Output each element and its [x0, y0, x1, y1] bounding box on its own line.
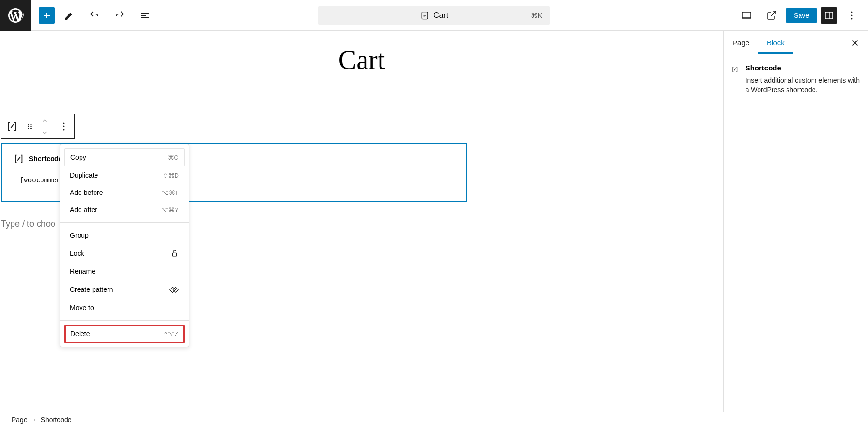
block-context-menu: Copy⌘CDuplicate⇧⌘DAdd before⌥⌘TAdd after… [60, 144, 189, 347]
menu-item-shortcut: ⇧⌘D [163, 172, 179, 179]
menu-separator [60, 222, 189, 223]
drag-icon [25, 122, 35, 131]
menu-item-lock[interactable]: Lock [64, 244, 185, 262]
menu-item-label: Copy [70, 153, 86, 161]
sidebar-tabs: Page Block [724, 31, 868, 55]
menu-item-shortcut: ⌘C [168, 154, 178, 161]
block-type-description: Insert additional custom elements with a… [746, 76, 860, 95]
move-up-button[interactable] [37, 114, 53, 126]
page-icon [420, 11, 430, 20]
sidebar-icon [823, 10, 835, 21]
close-icon [850, 38, 860, 48]
menu-item-label: Add after [70, 206, 97, 214]
pencil-icon [64, 10, 75, 21]
menu-item-copy[interactable]: Copy⌘C [64, 148, 185, 166]
svg-point-13 [28, 126, 29, 127]
shortcode-icon [732, 64, 739, 75]
menu-item-add-before[interactable]: Add before⌥⌘T [64, 184, 185, 201]
breadcrumb-item[interactable]: Shortcode [41, 416, 72, 424]
pattern-icon [169, 285, 179, 294]
view-button[interactable] [736, 5, 757, 26]
svg-point-19 [63, 129, 65, 131]
options-button[interactable] [841, 5, 862, 26]
chevron-up-icon [41, 117, 48, 124]
menu-item-label: Lock [70, 249, 84, 257]
drag-handle[interactable] [23, 114, 37, 138]
chevron-right-icon: › [33, 416, 35, 423]
lock-icon [170, 249, 179, 258]
menu-separator [60, 320, 189, 321]
menu-item-label: Delete [70, 330, 90, 338]
block-type-title: Shortcode [746, 64, 860, 72]
menu-item-label: Add before [70, 189, 103, 196]
svg-point-8 [851, 11, 853, 13]
breadcrumb: Page › Shortcode [0, 412, 868, 427]
save-button[interactable]: Save [786, 8, 817, 23]
command-shortcut: ⌘K [531, 12, 542, 19]
block-options-button[interactable] [53, 114, 74, 138]
chevron-down-icon [41, 129, 48, 136]
wordpress-logo[interactable] [0, 0, 31, 31]
menu-item-label: Rename [70, 267, 95, 275]
menu-item-label: Group [70, 232, 89, 239]
menu-item-duplicate[interactable]: Duplicate⇧⌘D [64, 166, 185, 184]
list-view-button[interactable] [134, 5, 155, 26]
menu-item-label: Duplicate [70, 171, 98, 179]
redo-icon [114, 10, 125, 21]
menu-item-rename[interactable]: Rename [64, 262, 185, 280]
svg-point-10 [851, 18, 853, 19]
shortcode-icon [6, 121, 18, 132]
undo-icon [89, 10, 100, 21]
svg-point-17 [63, 123, 65, 124]
plus-icon [41, 10, 53, 21]
toolbar-left [31, 5, 155, 26]
svg-rect-6 [825, 12, 833, 19]
document-bar[interactable]: Cart ⌘K [318, 6, 550, 25]
tools-button[interactable] [59, 5, 80, 26]
tab-page[interactable]: Page [724, 32, 758, 54]
editor-canvas: Cart Shortcode Ty [0, 31, 723, 412]
close-sidebar-button[interactable] [842, 32, 868, 54]
svg-point-16 [30, 128, 32, 129]
shortcode-label: Shortcode [29, 155, 62, 163]
external-link-icon [766, 10, 777, 21]
document-title: Cart [434, 11, 448, 20]
move-arrows [37, 114, 53, 138]
menu-item-delete[interactable]: Delete^⌥Z [64, 325, 185, 343]
preview-button[interactable] [761, 5, 782, 26]
more-vertical-icon [846, 10, 857, 21]
breadcrumb-item[interactable]: Page [12, 416, 27, 424]
page-title[interactable]: Cart [0, 31, 723, 95]
shortcode-icon [14, 153, 24, 164]
menu-item-shortcut: ⌥⌘Y [161, 207, 179, 214]
settings-sidebar: Page Block Shortcode Insert additional c… [723, 31, 868, 412]
svg-point-14 [30, 126, 32, 127]
main-area: Cart Shortcode Ty [0, 31, 868, 412]
document-outline-icon [139, 10, 150, 21]
menu-item-label: Create pattern [70, 286, 113, 293]
add-block-button[interactable] [39, 7, 55, 24]
svg-point-15 [28, 128, 29, 129]
svg-point-11 [28, 124, 29, 125]
menu-item-shortcut: ^⌥Z [164, 331, 178, 338]
paragraph-placeholder[interactable]: Type / to choo [1, 219, 55, 229]
svg-rect-4 [742, 12, 751, 18]
desktop-icon [741, 10, 752, 21]
menu-item-move-to[interactable]: Move to [64, 299, 185, 317]
menu-item-shortcut: ⌥⌘T [162, 189, 179, 196]
menu-item-label: Move to [70, 304, 94, 312]
block-type-button[interactable] [1, 114, 23, 138]
tab-block[interactable]: Block [758, 32, 793, 54]
toolbar-right: Save [736, 5, 868, 26]
undo-button[interactable] [84, 5, 105, 26]
redo-button[interactable] [109, 5, 130, 26]
svg-point-18 [63, 126, 65, 127]
menu-item-create-pattern[interactable]: Create pattern [64, 280, 185, 299]
menu-item-group[interactable]: Group [64, 227, 185, 244]
menu-item-add-after[interactable]: Add after⌥⌘Y [64, 201, 185, 219]
settings-toggle-button[interactable] [821, 7, 837, 24]
block-toolbar [1, 114, 75, 139]
svg-point-12 [30, 124, 32, 125]
svg-point-9 [851, 14, 853, 16]
move-down-button[interactable] [37, 126, 53, 138]
